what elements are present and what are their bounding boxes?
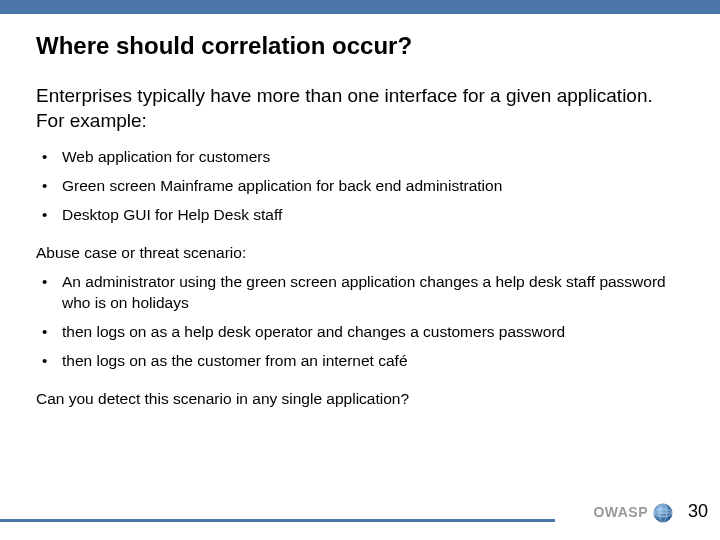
- globe-icon: [652, 502, 674, 524]
- scenario-heading: Abuse case or threat scenario:: [36, 244, 684, 262]
- org-label: OWASP: [593, 504, 648, 520]
- examples-list: Web application for customers Green scre…: [36, 147, 684, 226]
- top-bar: [0, 0, 720, 14]
- slide-title: Where should correlation occur?: [36, 32, 684, 60]
- slide-footer: OWASP 30: [0, 519, 720, 522]
- list-item: An administrator using the green screen …: [36, 272, 684, 314]
- list-item: then logs on as a help desk operator and…: [36, 322, 684, 343]
- list-item: then logs on as the customer from an int…: [36, 351, 684, 372]
- list-item: Desktop GUI for Help Desk staff: [36, 205, 684, 226]
- list-item: Web application for customers: [36, 147, 684, 168]
- slide-content: Where should correlation occur? Enterpri…: [0, 14, 720, 408]
- page-number: 30: [688, 501, 708, 522]
- list-item: Green screen Mainframe application for b…: [36, 176, 684, 197]
- scenario-list: An administrator using the green screen …: [36, 272, 684, 372]
- footer-rule: [0, 519, 555, 522]
- closing-question: Can you detect this scenario in any sing…: [36, 390, 684, 408]
- intro-paragraph: Enterprises typically have more than one…: [36, 84, 684, 133]
